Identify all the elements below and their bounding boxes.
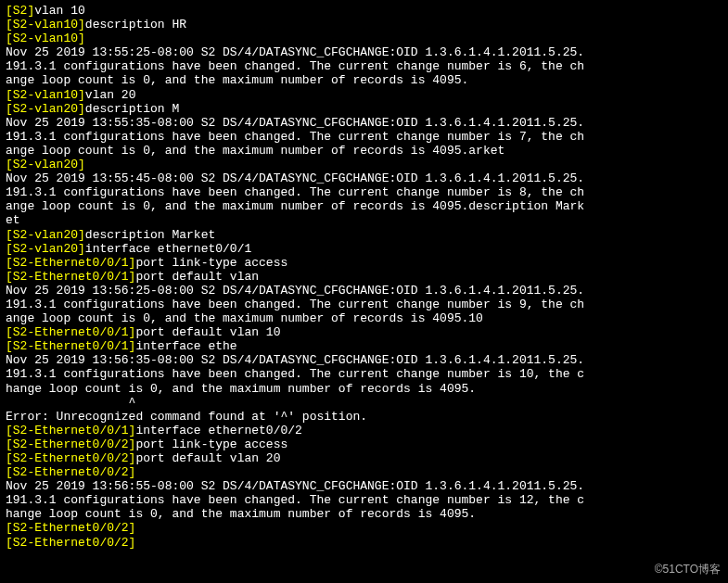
prompt-text: [S2-vlan10] (6, 18, 85, 32)
output-text: 191.3.1 configurations have been changed… (6, 185, 584, 199)
terminal-line: [S2-Ethernet0/0/2]port link-type access (6, 437, 722, 451)
output-text: vlan 20 (85, 88, 136, 102)
prompt-text: [S2-Ethernet0/0/2] (6, 465, 135, 479)
terminal-line: Nov 25 2019 13:55:25-08:00 S2 DS/4/DATAS… (6, 45, 722, 59)
output-text: port link-type access (135, 256, 287, 270)
terminal-line: [S2-vlan20] (6, 158, 722, 171)
output-text: port link-type access (135, 437, 287, 451)
terminal-line: [S2-vlan10]vlan 20 (6, 88, 722, 102)
prompt-text: [S2-Ethernet0/0/1] (6, 325, 135, 339)
terminal-line: [S2-Ethernet0/0/1]port default vlan (6, 270, 722, 284)
terminal-line: [S2-Ethernet0/0/1]interface ethernet0/0/… (6, 424, 722, 437)
prompt-text: [S2-Ethernet0/0/1] (6, 339, 135, 353)
output-text: 191.3.1 configurations have been changed… (6, 59, 584, 73)
output-text: hange loop count is 0, and the maximum n… (6, 382, 476, 396)
output-text: 191.3.1 configurations have been changed… (6, 130, 584, 144)
output-text: ange loop count is 0, and the maximum nu… (6, 199, 584, 213)
output-text: port default vlan 20 (135, 451, 280, 465)
terminal-line: ange loop count is 0, and the maximum nu… (6, 73, 722, 87)
output-text: hange loop count is 0, and the maximum n… (6, 507, 476, 521)
terminal-line: ^ (6, 396, 722, 410)
output-text: 191.3.1 configurations have been changed… (6, 367, 584, 381)
terminal-line: ange loop count is 0, and the maximum nu… (6, 311, 722, 325)
terminal-line: 191.3.1 configurations have been changed… (6, 130, 722, 144)
terminal-line: Nov 25 2019 13:55:35-08:00 S2 DS/4/DATAS… (6, 116, 722, 130)
output-text: 191.3.1 configurations have been changed… (6, 493, 584, 507)
terminal-line: 191.3.1 configurations have been changed… (6, 493, 722, 507)
output-text: description HR (85, 18, 186, 32)
prompt-text: [S2-Ethernet0/0/2] (6, 437, 135, 451)
terminal-line: [S2-Ethernet0/0/1]interface ethe (6, 339, 722, 353)
prompt-text: [S2-vlan10] (6, 32, 85, 45)
output-text: ^ (6, 396, 135, 410)
output-text: ange loop count is 0, and the maximum nu… (6, 311, 483, 325)
output-text: Nov 25 2019 13:55:45-08:00 S2 DS/4/DATAS… (6, 171, 584, 185)
terminal-line: [S2-Ethernet0/0/2] (6, 536, 722, 550)
output-text: Nov 25 2019 13:56:25-08:00 S2 DS/4/DATAS… (6, 284, 584, 298)
terminal-line: ange loop count is 0, and the maximum nu… (6, 199, 722, 213)
output-text: Nov 25 2019 13:55:35-08:00 S2 DS/4/DATAS… (6, 116, 584, 130)
prompt-text: [S2-vlan10] (6, 88, 85, 102)
terminal-line: ange loop count is 0, and the maximum nu… (6, 144, 722, 158)
prompt-text: [S2-Ethernet0/0/2] (6, 536, 135, 550)
terminal-line: Error: Unrecognized command found at '^'… (6, 410, 722, 424)
output-text: Error: Unrecognized command found at '^'… (6, 410, 367, 424)
terminal-line: hange loop count is 0, and the maximum n… (6, 507, 722, 521)
prompt-text: [S2-vlan20] (6, 102, 85, 116)
prompt-text: [S2-Ethernet0/0/1] (6, 424, 135, 437)
terminal-line: [S2-vlan20]description Market (6, 228, 722, 242)
output-text: description M (85, 102, 179, 116)
prompt-text: [S2-vlan20] (6, 228, 85, 242)
prompt-text: [S2-Ethernet0/0/1] (6, 270, 135, 284)
terminal-line: 191.3.1 configurations have been changed… (6, 185, 722, 199)
prompt-text: [S2-Ethernet0/0/2] (6, 451, 135, 465)
output-text: interface ethe (135, 339, 236, 353)
output-text: Nov 25 2019 13:56:55-08:00 S2 DS/4/DATAS… (6, 479, 584, 493)
terminal-line: 191.3.1 configurations have been changed… (6, 298, 722, 311)
output-text: ange loop count is 0, and the maximum nu… (6, 73, 468, 87)
terminal-line: hange loop count is 0, and the maximum n… (6, 382, 722, 396)
terminal-line: Nov 25 2019 13:56:35-08:00 S2 DS/4/DATAS… (6, 353, 722, 367)
terminal-line: et (6, 213, 722, 227)
terminal-line: [S2-Ethernet0/0/1]port link-type access (6, 256, 722, 270)
prompt-text: [S2] (6, 4, 34, 18)
terminal-line: [S2-Ethernet0/0/2] (6, 521, 722, 535)
output-text: Nov 25 2019 13:56:35-08:00 S2 DS/4/DATAS… (6, 353, 584, 367)
terminal-line: Nov 25 2019 13:55:45-08:00 S2 DS/4/DATAS… (6, 171, 722, 185)
output-text: interface ethernet0/0/2 (135, 424, 301, 437)
output-text: 191.3.1 configurations have been changed… (6, 298, 584, 311)
output-text: port default vlan (135, 270, 259, 284)
terminal-line: [S2-Ethernet0/0/1]port default vlan 10 (6, 325, 722, 339)
terminal-line: Nov 25 2019 13:56:25-08:00 S2 DS/4/DATAS… (6, 284, 722, 298)
terminal-line: [S2-Ethernet0/0/2] (6, 465, 722, 479)
terminal-line: 191.3.1 configurations have been changed… (6, 59, 722, 73)
output-text: vlan 10 (34, 4, 85, 18)
prompt-text: [S2-vlan20] (6, 158, 85, 171)
terminal-line: [S2-vlan20]description M (6, 102, 722, 116)
terminal-line: [S2-Ethernet0/0/2]port default vlan 20 (6, 451, 722, 465)
output-text: port default vlan 10 (135, 325, 280, 339)
prompt-text: [S2-Ethernet0/0/2] (6, 521, 135, 535)
terminal-output[interactable]: [S2]vlan 10[S2-vlan10]description HR[S2-… (0, 0, 728, 553)
output-text: interface ethernet0/0/1 (85, 242, 251, 256)
output-text: Nov 25 2019 13:55:25-08:00 S2 DS/4/DATAS… (6, 45, 584, 59)
prompt-text: [S2-Ethernet0/0/1] (6, 256, 135, 270)
terminal-line: [S2-vlan20]interface ethernet0/0/1 (6, 242, 722, 256)
terminal-line: Nov 25 2019 13:56:55-08:00 S2 DS/4/DATAS… (6, 479, 722, 493)
prompt-text: [S2-vlan20] (6, 242, 85, 256)
output-text: ange loop count is 0, and the maximum nu… (6, 144, 504, 158)
terminal-line: [S2-vlan10]description HR (6, 18, 722, 32)
watermark: ©51CTO博客 (655, 562, 721, 577)
terminal-line: [S2]vlan 10 (6, 4, 722, 18)
terminal-line: [S2-vlan10] (6, 32, 722, 45)
output-text: et (6, 213, 20, 227)
terminal-line: 191.3.1 configurations have been changed… (6, 367, 722, 381)
output-text: description Market (85, 228, 215, 242)
